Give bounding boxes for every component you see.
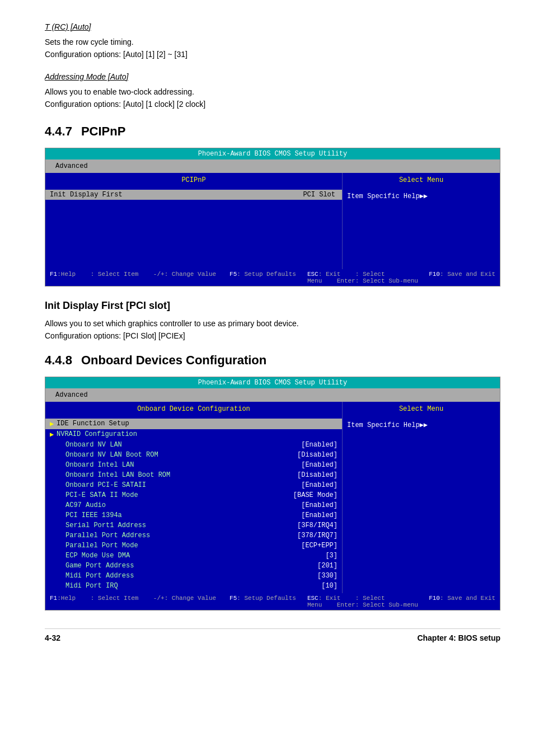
row-label-11: Parallel Port Address — [57, 532, 297, 539]
bios-row-onboard-15: Midi Port Address[330] — [45, 571, 342, 581]
row-pointer-9 — [50, 511, 57, 519]
bios-row-onboard-1: ▶NVRAID Configuration — [45, 429, 342, 440]
bios-rows-448: ▶IDE Function Setup▶NVRAID Configuration… — [45, 419, 342, 591]
bios-row-onboard-13: ECP Mode Use DMA[3] — [45, 551, 342, 561]
f5-defaults-448: F5: Setup Defaults — [229, 595, 296, 608]
subsection-init-desc: Allows you to set which graphics control… — [45, 317, 500, 342]
section-448-title: Onboard Devices Configuration — [81, 353, 266, 368]
bios-right-header-448: Select Menu — [347, 404, 495, 414]
page-number: 4-32 — [45, 633, 60, 642]
row-label-16: Midi Port IRQ — [57, 582, 321, 590]
bios-row-onboard-16: Midi Port IRQ[10] — [45, 581, 342, 591]
bios-right-header-447: Select Menu — [347, 175, 495, 185]
row-pointer-0: ▶ — [50, 420, 57, 428]
row-value-13: [3] — [325, 552, 338, 560]
row-label-4: Onboard Intel LAN — [57, 461, 301, 469]
bios-title-448: Phoenix-Award BIOS CMOS Setup Utility — [45, 377, 500, 388]
bios-left-447: PCIPnP Init Display First PCI Slot — [45, 173, 342, 269]
bios-tab-advanced-448[interactable]: Advanced — [49, 390, 95, 400]
row-pointer-10 — [50, 522, 57, 529]
row-label-6: Onboard PCI-E SATAII — [57, 481, 301, 489]
bios-row-onboard-9: PCI IEEE 1394a[Enabled] — [45, 510, 342, 520]
row-value-5: [Disabled] — [297, 471, 338, 479]
row-value-11: [378/IRQ7] — [297, 532, 338, 539]
item2-desc: Allows you to enable two-clock addressin… — [45, 86, 500, 111]
row-label-5: Onboard Intel LAN Boot ROM — [57, 471, 297, 479]
row-pointer-15 — [50, 572, 57, 580]
row-label-9: PCI IEEE 1394a — [57, 511, 301, 519]
top-section: T (RC) [Auto] Sets the row cycle timing.… — [45, 22, 500, 111]
bios-footer-mid-448: ESC: Exit : Select Menu Enter: Select Su… — [296, 595, 429, 608]
row-value-3: [Disabled] — [297, 451, 338, 459]
row-pointer-14 — [50, 562, 57, 570]
bios-row-init-label: Init Display First — [50, 191, 301, 199]
bios-row-onboard-0[interactable]: ▶IDE Function Setup — [45, 419, 342, 429]
bios-row-onboard-12: Parallel Port Mode[ECP+EPP] — [45, 541, 342, 551]
bios-row-onboard-6: Onboard PCI-E SATAII[Enabled] — [45, 480, 342, 490]
bios-row-onboard-2: Onboard NV LAN[Enabled] — [45, 440, 342, 450]
bios-row-onboard-5: Onboard Intel LAN Boot ROM[Disabled] — [45, 470, 342, 480]
f1-help-448: F1:Help : Select Item -/+: Change Value — [50, 595, 216, 608]
row-value-6: [Enabled] — [301, 481, 338, 489]
bios-footer-left-448: F1:Help : Select Item -/+: Change Value … — [50, 595, 296, 608]
bios-footer-left-447: F1:Help : Select Item -/+: Change Value … — [50, 271, 296, 284]
bios-box-pcipnp: Phoenix-Award BIOS CMOS Setup Utility Ad… — [45, 148, 500, 287]
row-value-10: [3F8/IRQ4] — [297, 522, 338, 529]
row-value-12: [ECP+EPP] — [301, 542, 338, 550]
f1-help: F1:Help : Select Item -/+: Change Value — [50, 271, 216, 284]
bios-row-onboard-8: AC97 Audio[Enabled] — [45, 500, 342, 510]
bios-content-447: PCIPnP Init Display First PCI Slot Selec… — [45, 173, 500, 269]
section-448-number: 4.4.8 — [45, 353, 72, 368]
row-pointer-4 — [50, 461, 57, 469]
bios-footer-447: F1:Help : Select Item -/+: Change Value … — [45, 269, 500, 286]
item1-desc: Sets the row cycle timing. Configuration… — [45, 36, 500, 61]
row-label-1: NVRAID Configuration — [57, 430, 338, 439]
item2-title: Addressing Mode [Auto] — [45, 72, 500, 81]
bios-value-pci-slot: PCI Slot — [301, 191, 338, 199]
row-label-0: IDE Function Setup — [57, 420, 338, 428]
bios-row-init-value: PCI Slot — [301, 191, 338, 199]
bios-row-onboard-7: PCI-E SATA II Mode[BASE Mode] — [45, 490, 342, 500]
row-pointer-16 — [50, 582, 57, 590]
row-pointer-3 — [50, 451, 57, 459]
row-pointer-13 — [50, 552, 57, 560]
section-447-number: 4.4.7 — [45, 124, 72, 139]
subsection-init-title: Init Display First [PCI slot] — [45, 300, 500, 312]
bios-help-447: Item Specific Help▶▶ — [347, 190, 495, 203]
bios-row-onboard-4: Onboard Intel LAN[Enabled] — [45, 460, 342, 470]
bios-row-init-display[interactable]: Init Display First PCI Slot — [45, 190, 342, 200]
bios-box-onboard: Phoenix-Award BIOS CMOS Setup Utility Ad… — [45, 377, 500, 611]
bios-tabs-448: Advanced — [45, 388, 500, 402]
esc-exit: ESC: Exit : Select Menu Enter: Select Su… — [307, 271, 418, 284]
row-label-3: Onboard NV LAN Boot ROM — [57, 451, 297, 459]
row-value-9: [Enabled] — [301, 511, 338, 519]
row-value-4: [Enabled] — [301, 461, 338, 469]
row-value-7: [BASE Mode] — [293, 491, 338, 499]
section-447-header: 4.4.7 PCIPnP — [45, 124, 500, 139]
row-pointer-5 — [50, 471, 57, 479]
bios-content-448: Onboard Device Configuration ▶IDE Functi… — [45, 402, 500, 593]
subsection-init: Init Display First [PCI slot] Allows you… — [45, 300, 500, 342]
bios-row-onboard-14: Game Port Address[201] — [45, 561, 342, 571]
row-label-7: PCI-E SATA II Mode — [57, 491, 293, 499]
bios-help-448: Item Specific Help▶▶ — [347, 419, 495, 431]
row-pointer-12 — [50, 542, 57, 550]
row-pointer-2 — [50, 441, 57, 449]
row-label-2: Onboard NV LAN — [57, 441, 301, 449]
row-value-8: [Enabled] — [301, 501, 338, 509]
row-pointer-7 — [50, 491, 57, 499]
bios-row-onboard-11: Parallel Port Address[378/IRQ7] — [45, 530, 342, 541]
row-label-15: Midi Port Address — [57, 572, 317, 580]
bios-footer-right-447: F10: Save and Exit — [429, 271, 495, 284]
bios-footer-right-448: F10: Save and Exit — [429, 595, 495, 608]
bios-footer-mid-447: ESC: Exit : Select Menu Enter: Select Su… — [296, 271, 429, 284]
row-label-13: ECP Mode Use DMA — [57, 552, 325, 560]
chapter-label: Chapter 4: BIOS setup — [417, 633, 500, 642]
row-value-14: [201] — [317, 562, 338, 570]
bios-column-header-448: Onboard Device Configuration — [45, 404, 342, 414]
row-value-16: [10] — [321, 582, 338, 590]
bios-tab-advanced-447[interactable]: Advanced — [49, 161, 95, 171]
row-label-10: Serial Port1 Address — [57, 522, 297, 529]
item1-title: T (RC) [Auto] — [45, 22, 500, 31]
row-pointer-1: ▶ — [50, 430, 57, 439]
